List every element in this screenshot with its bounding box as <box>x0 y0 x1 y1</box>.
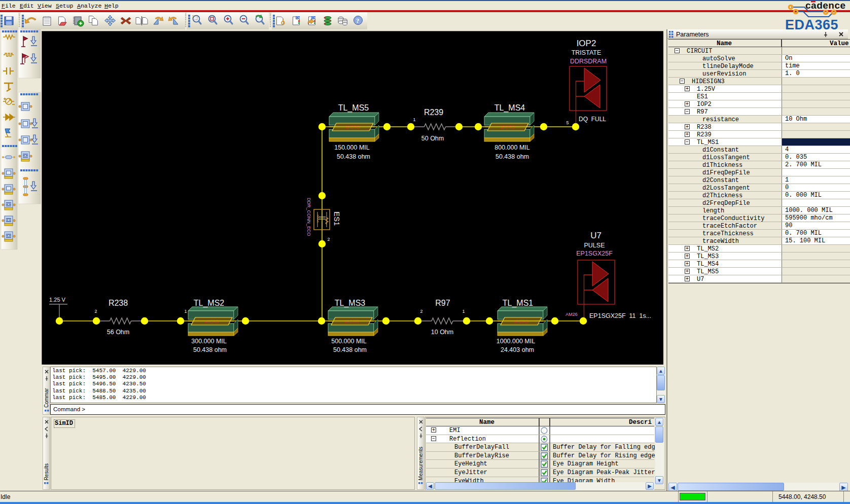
svg-text:1000.000 MIL: 1000.000 MIL <box>497 338 535 345</box>
svg-text:R238: R238 <box>109 299 128 307</box>
svg-text:CM: CM <box>296 16 301 19</box>
svg-text:CM: CM <box>312 16 316 19</box>
svg-text:AM26: AM26 <box>565 312 578 317</box>
svg-text:DDRSDRAM: DDRSDRAM <box>570 58 607 65</box>
svg-text:ES1: ES1 <box>333 211 341 226</box>
svg-text:TL_MS1: TL_MS1 <box>503 299 534 308</box>
svg-text:150.000 MIL: 150.000 MIL <box>334 144 370 151</box>
svg-text:2: 2 <box>94 309 97 314</box>
svg-text:MICRO: MICRO <box>344 319 359 324</box>
svg-text:MICRO: MICRO <box>501 125 515 130</box>
svg-text:U7: U7 <box>590 231 601 240</box>
svg-text:24.403 ohm: 24.403 ohm <box>501 346 534 353</box>
svg-text:800.000 MIL: 800.000 MIL <box>494 144 530 151</box>
svg-text:TL_MS2: TL_MS2 <box>194 299 225 308</box>
svg-text:MICRO: MICRO <box>514 319 528 324</box>
svg-text:10 Ohm: 10 Ohm <box>431 329 453 336</box>
svg-text:?: ? <box>356 17 360 24</box>
svg-text:300.000 MIL: 300.000 MIL <box>191 338 227 345</box>
svg-text:50.438 ohm: 50.438 ohm <box>333 346 367 353</box>
svg-text:TL_MS5: TL_MS5 <box>338 103 369 113</box>
svg-text:500.000 MIL: 500.000 MIL <box>331 338 367 345</box>
svg-text:5: 5 <box>566 120 569 125</box>
svg-text:50 Ohm: 50 Ohm <box>421 135 444 142</box>
svg-text:EP1SGX25F: EP1SGX25F <box>576 250 613 257</box>
svg-text:MICRO: MICRO <box>345 125 360 130</box>
svg-text:EP1SGX25F 11 1s...: EP1SGX25F 11 1s... <box>589 312 651 319</box>
svg-text:R239: R239 <box>424 108 443 117</box>
svg-text:TL_MS4: TL_MS4 <box>494 103 525 113</box>
svg-text:1.25 V: 1.25 V <box>49 297 65 303</box>
svg-text:IOP2: IOP2 <box>577 39 596 48</box>
svg-text:1: 1 <box>413 117 415 122</box>
svg-text:TL_MS3: TL_MS3 <box>335 299 366 308</box>
svg-text:R97: R97 <box>435 299 450 307</box>
svg-text:TRISTATE: TRISTATE <box>572 49 601 56</box>
svg-text:2: 2 <box>420 309 422 314</box>
svg-text:1: 1 <box>184 309 187 314</box>
svg-text:1: 1 <box>462 309 465 314</box>
svg-text:50.438 ohm: 50.438 ohm <box>337 153 370 160</box>
svg-text:DQ FULL: DQ FULL <box>579 116 606 123</box>
svg-text:50.438 ohm: 50.438 ohm <box>495 153 529 160</box>
svg-text:50.438 ohm: 50.438 ohm <box>193 346 227 353</box>
svg-text:MICRO: MICRO <box>204 319 219 324</box>
svg-text:56 Ohm: 56 Ohm <box>107 329 129 336</box>
svg-text:PULSE: PULSE <box>584 242 605 249</box>
svg-text:DDR_CONN_ECO: DDR_CONN_ECO <box>306 198 311 236</box>
svg-text:2: 2 <box>327 237 330 242</box>
